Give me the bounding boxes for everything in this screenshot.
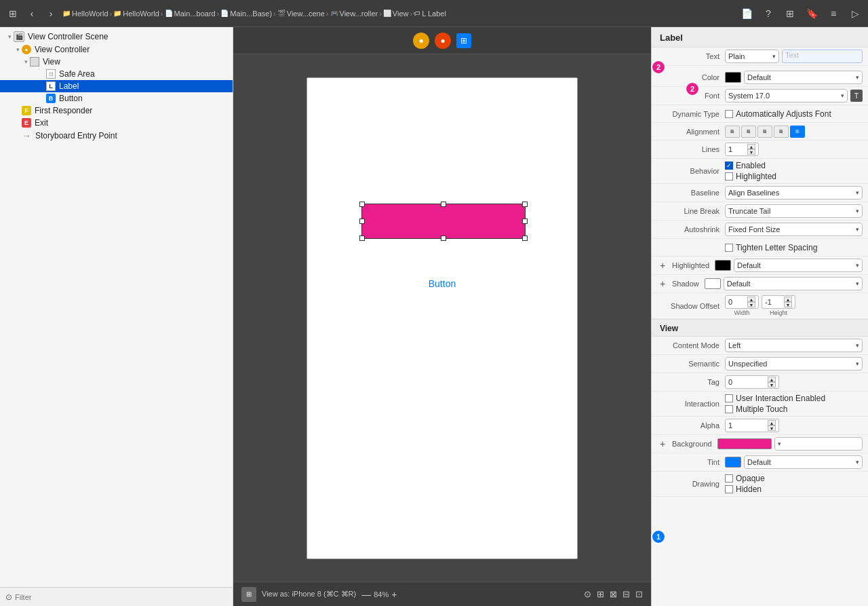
sidebar-item-safe-area[interactable]: ⊡ Safe Area: [0, 68, 233, 80]
button-icon: B: [46, 94, 56, 103]
width-stepper-up[interactable]: ▲: [747, 297, 755, 302]
help-icon[interactable]: ?: [761, 6, 776, 21]
bookmark-icon[interactable]: 🔖: [804, 6, 819, 21]
tag-input[interactable]: 0 ▲ ▼: [725, 375, 779, 389]
shadow-dropdown[interactable]: Default ▾: [724, 277, 863, 290]
grid-nav-btn[interactable]: ⊞: [5, 6, 20, 21]
sidebar-item-storyboard-entry[interactable]: → Storyboard Entry Point: [0, 129, 233, 143]
play-icon[interactable]: ▷: [848, 6, 863, 21]
opaque-checkbox[interactable]: [725, 474, 733, 482]
sidebar-item-button[interactable]: B Button: [0, 92, 233, 105]
shadow-plus-btn[interactable]: +: [657, 278, 668, 289]
highlighted-plus-btn[interactable]: +: [657, 260, 668, 271]
highlighted-checkbox[interactable]: [725, 172, 733, 181]
font-T-btn[interactable]: T: [850, 90, 863, 102]
semantic-dropdown[interactable]: Unspecified ▾: [725, 357, 863, 371]
inspector-icon[interactable]: ⊞: [783, 6, 797, 21]
color-dropdown[interactable]: Default ▾: [744, 71, 863, 84]
sidebar-item-first-responder[interactable]: F First Responder: [0, 105, 233, 117]
zoom-in-btn[interactable]: +: [391, 589, 397, 600]
alpha-stepper[interactable]: ▲ ▼: [768, 420, 776, 431]
sidebar-item-exit[interactable]: E Exit: [0, 117, 233, 129]
breadcrumb-item[interactable]: 📄 Main...board: [165, 10, 216, 18]
breadcrumb-item[interactable]: 📄 Main...Base): [220, 10, 272, 18]
multiple-touch-checkbox[interactable]: [725, 405, 733, 413]
tighten-checkbox[interactable]: [725, 244, 733, 252]
highlighted-color-swatch[interactable]: [715, 260, 731, 271]
width-stepper[interactable]: ▲ ▼: [747, 297, 755, 307]
width-offset-input[interactable]: 0 ▲ ▼: [725, 295, 759, 309]
tint-dropdown[interactable]: Default ▾: [744, 455, 863, 469]
align-left-btn[interactable]: ≡: [725, 126, 740, 138]
breadcrumb-item[interactable]: 🎮 View...roller: [330, 10, 378, 18]
canvas-bottom-icon-1[interactable]: ⊙: [584, 589, 591, 599]
canvas-bottom-layout-btn[interactable]: ⊞: [241, 587, 256, 602]
sidebar-item-view-controller[interactable]: ▾ ● View Controller: [0, 43, 233, 56]
canvas-bottom-icon-5[interactable]: ⊡: [635, 589, 643, 599]
canvas-ctrl-orange[interactable]: ●: [435, 33, 451, 49]
canvas-ctrl-yellow[interactable]: ●: [413, 33, 429, 49]
align-natural-btn[interactable]: ≡: [790, 126, 805, 138]
height-stepper-down[interactable]: ▼: [784, 302, 792, 307]
content-mode-dropdown[interactable]: Left ▾: [725, 339, 863, 352]
lines-input[interactable]: 1 ▲ ▼: [725, 143, 759, 156]
dropdown-arrow: ▾: [841, 92, 844, 99]
alpha-stepper-up[interactable]: ▲: [768, 420, 776, 425]
hidden-checkbox[interactable]: [725, 485, 733, 493]
vc-icon: ●: [22, 45, 31, 54]
canvas-bottom-icon-3[interactable]: ⊠: [610, 589, 617, 599]
align-justify-btn[interactable]: ≡: [774, 126, 789, 138]
filter-input[interactable]: [15, 593, 227, 601]
background-color-swatch[interactable]: [717, 438, 772, 449]
canvas-bottom-icon-4[interactable]: ⊟: [623, 589, 630, 599]
tag-stepper-up[interactable]: ▲: [768, 377, 776, 382]
dynamic-type-checkbox[interactable]: [725, 110, 733, 118]
breadcrumb-item[interactable]: 🏷 L Label: [414, 10, 446, 18]
alpha-input[interactable]: 1 ▲ ▼: [725, 419, 779, 432]
canvas-ctrl-blue[interactable]: ⊞: [456, 33, 471, 48]
autoshrink-dropdown[interactable]: Fixed Font Size ▾: [725, 223, 863, 236]
lines-stepper-down[interactable]: ▼: [747, 149, 755, 155]
shadow-color-swatch[interactable]: [705, 278, 721, 289]
highlighted-color-dropdown[interactable]: Default ▾: [734, 259, 863, 272]
align-right-btn[interactable]: ≡: [757, 126, 772, 138]
height-offset-input[interactable]: -1 ▲ ▼: [762, 295, 795, 309]
height-stepper[interactable]: ▲ ▼: [784, 297, 792, 307]
zoom-out-btn[interactable]: —: [361, 589, 371, 600]
breadcrumb-item[interactable]: 📁 HelloWorld: [62, 10, 108, 18]
sidebar-item-view[interactable]: ▾ View: [0, 56, 233, 68]
alpha-stepper-down[interactable]: ▼: [768, 425, 776, 431]
tag-stepper-down[interactable]: ▼: [768, 382, 776, 387]
canvas-scroll[interactable]: Button: [233, 54, 651, 582]
background-value: ▾: [717, 437, 863, 451]
line-break-dropdown[interactable]: Truncate Tail ▾: [725, 204, 863, 218]
lines-stepper[interactable]: ▲ ▼: [747, 144, 755, 155]
label-widget[interactable]: [361, 204, 526, 239]
prop-row-text: Text Plain ▾ Text: [652, 48, 868, 66]
lines-stepper-up[interactable]: ▲: [747, 144, 755, 149]
tint-color-swatch[interactable]: [725, 457, 741, 468]
height-stepper-up[interactable]: ▲: [784, 297, 792, 302]
user-interaction-checkbox[interactable]: [725, 394, 733, 402]
font-dropdown[interactable]: System 17.0 ▾: [725, 89, 848, 102]
background-plus-btn[interactable]: +: [657, 438, 668, 449]
sidebar-item-view-controller-scene[interactable]: ▾ 🎬 View Controller Scene: [0, 30, 233, 43]
text-style-dropdown[interactable]: Plain ▾: [725, 50, 779, 63]
width-stepper-down[interactable]: ▼: [747, 302, 755, 307]
baseline-dropdown[interactable]: Align Baselines ▾: [725, 186, 863, 200]
text-input-field[interactable]: Text: [782, 50, 863, 63]
breadcrumb-item[interactable]: 🎬 View...cene: [277, 10, 325, 18]
breadcrumb-item[interactable]: ⬜ View: [383, 10, 409, 18]
back-nav-btn[interactable]: ‹: [24, 6, 39, 21]
forward-nav-btn[interactable]: ›: [43, 6, 58, 21]
tag-stepper[interactable]: ▲ ▼: [768, 377, 776, 387]
background-dropdown[interactable]: ▾: [774, 437, 863, 451]
align-center-btn[interactable]: ≡: [741, 126, 756, 138]
color-swatch[interactable]: [725, 72, 741, 83]
canvas-bottom-icon-2[interactable]: ⊞: [597, 589, 604, 599]
breadcrumb-item[interactable]: 📁 HelloWorld: [113, 10, 159, 18]
new-file-icon[interactable]: 📄: [739, 6, 754, 21]
sidebar-item-label[interactable]: L Label: [0, 80, 233, 92]
enabled-checkbox[interactable]: ✓: [725, 162, 733, 170]
settings-icon[interactable]: ≡: [826, 6, 841, 21]
